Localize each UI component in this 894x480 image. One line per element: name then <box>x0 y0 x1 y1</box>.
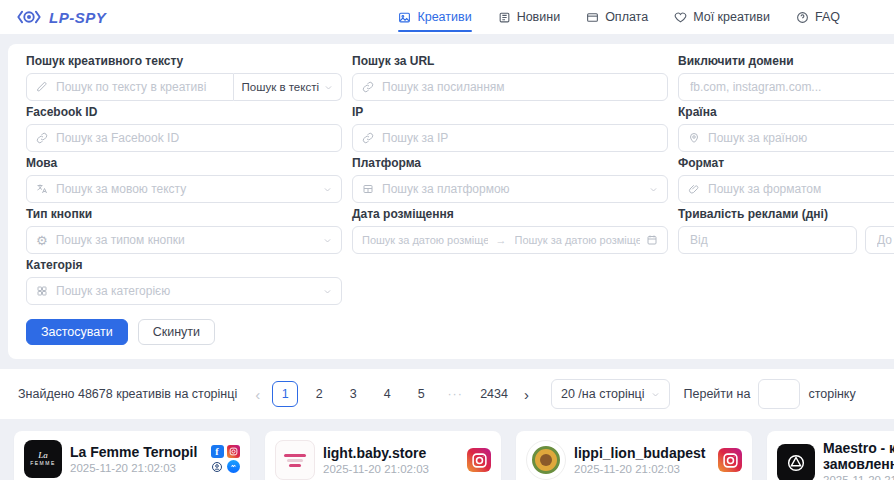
platform-icons: f <box>210 445 240 473</box>
platform-select[interactable] <box>352 175 668 203</box>
question-icon <box>796 11 809 24</box>
platform-icons <box>718 448 742 472</box>
creative-card[interactable]: La FEMME La Femme Ternopil 2025-11-20 21… <box>14 431 250 480</box>
filter-label: Facebook ID <box>26 105 342 119</box>
filter-country: Країна <box>678 105 894 152</box>
page-number[interactable]: 3 <box>340 381 366 407</box>
card-date: 2025-11-20 21:02:03 <box>70 462 202 474</box>
filter-label: Формат <box>678 156 894 170</box>
exclude-domains-inputbox[interactable] <box>678 73 894 101</box>
reset-button[interactable]: Скинути <box>138 319 215 345</box>
nav-tab-my-creatives[interactable]: Мої креативи <box>674 0 770 34</box>
nav-tab-payment[interactable]: Оплата <box>586 0 648 34</box>
link-icon <box>362 81 374 93</box>
chevron-down-icon <box>323 185 332 194</box>
date-to-placeholder[interactable]: Пошук за датою розміщення <box>515 234 641 246</box>
page-number-active[interactable]: 1 <box>272 381 298 407</box>
filter-label: Тип кнопки <box>26 207 342 221</box>
creative-text-input[interactable] <box>54 79 224 95</box>
filter-label: IP <box>352 105 668 119</box>
button-type-select[interactable]: ⚙ <box>26 226 342 254</box>
duration-to-inputbox[interactable] <box>865 226 894 254</box>
date-from-placeholder[interactable]: Пошук за датою розміщення <box>362 234 488 246</box>
page-number[interactable]: 2434 <box>476 381 512 407</box>
filter-button-type: Тип кнопки ⚙ <box>26 207 342 254</box>
creative-text-inputbox[interactable] <box>26 73 234 101</box>
avatar: La FEMME <box>24 440 62 478</box>
filter-label: Пошук за URL <box>352 54 668 68</box>
card-date: 2025-11-20 21:02:03 <box>323 463 459 475</box>
filter-ad-duration: Тривалість реклами (дні) <box>678 207 894 254</box>
avatar <box>275 440 315 480</box>
next-page-icon[interactable]: › <box>520 386 533 403</box>
filter-label: Мова <box>26 156 342 170</box>
instagram-icon <box>718 448 742 472</box>
card-title: light.baby.store <box>323 445 459 461</box>
creative-card[interactable]: lippi_lion_budapest 2025-11-20 21:02:03 … <box>516 431 752 480</box>
arrow-right-icon: → <box>494 234 509 246</box>
filter-label: Дата розміщення <box>352 207 668 221</box>
nav-tab-creatives[interactable]: Креативи <box>398 0 471 34</box>
page-size-select[interactable]: 20 /на сторінці <box>551 379 670 409</box>
messenger-icon <box>227 460 240 473</box>
avatar <box>526 440 566 480</box>
creative-card[interactable]: light.baby.store 2025-11-20 21:02:03 3 d… <box>265 431 501 480</box>
country-input[interactable] <box>706 130 894 146</box>
nav-tab-news[interactable]: Новини <box>498 0 561 34</box>
page-number[interactable]: 4 <box>374 381 400 407</box>
pencil-icon <box>36 81 48 93</box>
page-number[interactable]: 2 <box>306 381 332 407</box>
page-ellipsis[interactable]: ··· <box>442 381 468 407</box>
apply-button[interactable]: Застосувати <box>26 319 128 345</box>
url-input[interactable] <box>380 79 658 95</box>
top-header: LP-SPY Креативи Новини Оплата Мої креати… <box>0 0 894 34</box>
platform-icons <box>467 448 491 472</box>
category-input[interactable] <box>54 283 317 299</box>
card-title: La Femme Ternopil <box>70 444 202 460</box>
news-icon <box>498 11 511 24</box>
link-icon <box>36 132 48 144</box>
filter-ip: IP <box>352 105 668 152</box>
country-inputbox[interactable] <box>678 124 894 152</box>
prev-page-icon[interactable]: ‹ <box>251 386 264 403</box>
creative-card[interactable]: Maestro - кухні, меблі на замовлення в У… <box>767 431 894 480</box>
eye-logo-icon <box>16 8 42 26</box>
filter-label: Тривалість реклами (дні) <box>678 207 894 221</box>
nav-tab-faq[interactable]: FAQ <box>796 0 840 34</box>
page-number[interactable]: 5 <box>408 381 434 407</box>
brand-logo[interactable]: LP-SPY <box>16 8 106 26</box>
language-input[interactable] <box>54 181 317 197</box>
instagram-icon <box>467 448 491 472</box>
filter-label: Платформа <box>352 156 668 170</box>
duration-to-input[interactable] <box>875 232 894 248</box>
exclude-domains-input[interactable] <box>688 79 894 95</box>
filter-panel: Пошук креативного тексту Пошук в тексті … <box>8 44 894 359</box>
duration-from-input[interactable] <box>688 232 847 248</box>
text-search-mode-select[interactable]: Пошук в тексті <box>234 73 342 101</box>
card-date: 2025-11-20 21:02:03 <box>823 474 894 480</box>
facebook-id-input[interactable] <box>54 130 332 146</box>
duration-from-inputbox[interactable] <box>678 226 857 254</box>
card-title: Maestro - кухні, меблі на замовлення в У… <box>823 440 894 472</box>
language-select[interactable] <box>26 175 342 203</box>
location-pin-icon <box>688 132 700 144</box>
image-icon <box>398 11 411 24</box>
platform-grid-icon <box>362 183 374 195</box>
url-inputbox[interactable] <box>352 73 668 101</box>
filter-language: Мова <box>26 156 342 203</box>
ip-input[interactable] <box>380 130 658 146</box>
date-range-picker[interactable]: Пошук за датою розміщення → Пошук за дат… <box>352 226 668 254</box>
credit-card-icon <box>586 11 599 24</box>
goto-page: Перейти на сторінку <box>684 379 856 409</box>
chevron-down-icon <box>324 83 333 92</box>
filter-format: Формат <box>678 156 894 203</box>
category-select[interactable] <box>26 277 342 305</box>
goto-page-input[interactable] <box>758 379 800 409</box>
ip-inputbox[interactable] <box>352 124 668 152</box>
avatar <box>777 444 815 480</box>
format-input[interactable] <box>706 181 894 197</box>
platform-input[interactable] <box>380 181 643 197</box>
format-select[interactable] <box>678 175 894 203</box>
facebook-id-inputbox[interactable] <box>26 124 342 152</box>
button-type-input[interactable] <box>54 232 317 248</box>
